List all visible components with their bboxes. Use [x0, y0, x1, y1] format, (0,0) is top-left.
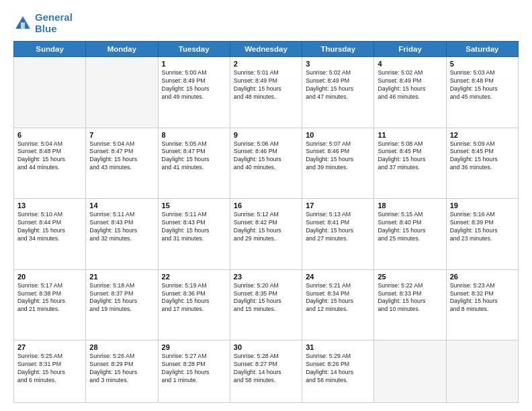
logo-text: General Blue	[35, 12, 73, 34]
cell-day-number: 15	[162, 201, 226, 210]
calendar-cell	[14, 57, 86, 128]
week-row-1: 1Sunrise: 5:00 AM Sunset: 8:49 PM Daylig…	[14, 57, 519, 128]
calendar-cell: 20Sunrise: 5:17 AM Sunset: 8:38 PM Dayli…	[14, 269, 86, 340]
weekday-header-wednesday: Wednesday	[230, 42, 302, 57]
calendar-cell: 9Sunrise: 5:06 AM Sunset: 8:46 PM Daylig…	[230, 128, 302, 199]
cell-day-number: 6	[17, 131, 82, 139]
calendar-cell: 15Sunrise: 5:11 AM Sunset: 8:43 PM Dayli…	[158, 199, 230, 270]
cell-day-number: 31	[306, 343, 370, 351]
cell-info: Sunrise: 5:02 AM Sunset: 8:49 PM Dayligh…	[378, 69, 442, 101]
calendar-cell: 3Sunrise: 5:02 AM Sunset: 8:49 PM Daylig…	[302, 57, 374, 128]
cell-info: Sunrise: 5:21 AM Sunset: 8:34 PM Dayligh…	[306, 282, 370, 314]
week-row-2: 6Sunrise: 5:04 AM Sunset: 8:48 PM Daylig…	[14, 128, 519, 199]
calendar-cell: 24Sunrise: 5:21 AM Sunset: 8:34 PM Dayli…	[302, 269, 374, 340]
cell-day-number: 8	[162, 131, 226, 139]
calendar-cell: 11Sunrise: 5:08 AM Sunset: 8:45 PM Dayli…	[374, 128, 446, 199]
cell-info: Sunrise: 5:11 AM Sunset: 8:43 PM Dayligh…	[89, 211, 154, 243]
cell-day-number: 1	[162, 60, 226, 68]
cell-info: Sunrise: 5:04 AM Sunset: 8:47 PM Dayligh…	[89, 140, 154, 173]
calendar-cell: 25Sunrise: 5:22 AM Sunset: 8:33 PM Dayli…	[374, 269, 446, 340]
week-row-5: 27Sunrise: 5:25 AM Sunset: 8:31 PM Dayli…	[14, 340, 519, 403]
logo: General Blue	[13, 12, 73, 34]
cell-info: Sunrise: 5:00 AM Sunset: 8:49 PM Dayligh…	[162, 69, 226, 101]
cell-info: Sunrise: 5:04 AM Sunset: 8:48 PM Dayligh…	[17, 140, 82, 173]
calendar-cell: 21Sunrise: 5:18 AM Sunset: 8:37 PM Dayli…	[86, 269, 158, 340]
cell-day-number: 20	[17, 273, 82, 281]
cell-info: Sunrise: 5:02 AM Sunset: 8:49 PM Dayligh…	[306, 69, 370, 101]
cell-day-number: 24	[306, 273, 370, 281]
calendar-cell: 1Sunrise: 5:00 AM Sunset: 8:49 PM Daylig…	[158, 57, 230, 128]
calendar-cell: 8Sunrise: 5:05 AM Sunset: 8:47 PM Daylig…	[158, 128, 230, 199]
calendar-cell	[86, 57, 158, 128]
calendar-cell: 12Sunrise: 5:09 AM Sunset: 8:45 PM Dayli…	[446, 128, 518, 199]
cell-day-number: 4	[378, 60, 442, 68]
cell-day-number: 17	[306, 201, 370, 210]
calendar-cell: 18Sunrise: 5:15 AM Sunset: 8:40 PM Dayli…	[374, 199, 446, 270]
calendar-cell: 10Sunrise: 5:07 AM Sunset: 8:46 PM Dayli…	[302, 128, 374, 199]
calendar-cell: 4Sunrise: 5:02 AM Sunset: 8:49 PM Daylig…	[374, 57, 446, 128]
calendar-cell	[374, 340, 446, 403]
cell-day-number: 22	[162, 273, 226, 281]
calendar-cell: 19Sunrise: 5:16 AM Sunset: 8:39 PM Dayli…	[446, 199, 518, 270]
page: General Blue SundayMondayTuesdayWednesda…	[0, 0, 532, 411]
cell-day-number: 10	[306, 131, 370, 139]
weekday-header-saturday: Saturday	[446, 42, 518, 57]
calendar-cell: 23Sunrise: 5:20 AM Sunset: 8:35 PM Dayli…	[230, 269, 302, 340]
cell-info: Sunrise: 5:09 AM Sunset: 8:45 PM Dayligh…	[450, 140, 515, 173]
cell-info: Sunrise: 5:29 AM Sunset: 8:26 PM Dayligh…	[306, 353, 370, 385]
logo-icon	[13, 14, 32, 33]
calendar-cell: 28Sunrise: 5:26 AM Sunset: 8:29 PM Dayli…	[86, 340, 158, 403]
cell-day-number: 2	[234, 60, 298, 68]
cell-info: Sunrise: 5:18 AM Sunset: 8:37 PM Dayligh…	[89, 282, 154, 314]
cell-day-number: 7	[89, 131, 154, 139]
calendar-cell: 14Sunrise: 5:11 AM Sunset: 8:43 PM Dayli…	[86, 199, 158, 270]
cell-day-number: 28	[89, 343, 154, 351]
cell-day-number: 25	[378, 273, 442, 281]
calendar-cell	[446, 340, 518, 403]
cell-info: Sunrise: 5:26 AM Sunset: 8:29 PM Dayligh…	[89, 353, 154, 385]
cell-day-number: 16	[234, 201, 298, 210]
cell-info: Sunrise: 5:11 AM Sunset: 8:43 PM Dayligh…	[162, 211, 226, 243]
weekday-header-friday: Friday	[374, 42, 446, 57]
calendar-cell: 31Sunrise: 5:29 AM Sunset: 8:26 PM Dayli…	[302, 340, 374, 403]
cell-day-number: 23	[234, 273, 298, 281]
cell-day-number: 11	[378, 131, 442, 139]
weekday-header-tuesday: Tuesday	[158, 42, 230, 57]
cell-info: Sunrise: 5:06 AM Sunset: 8:46 PM Dayligh…	[234, 140, 298, 173]
cell-info: Sunrise: 5:01 AM Sunset: 8:49 PM Dayligh…	[234, 69, 298, 101]
calendar-cell: 6Sunrise: 5:04 AM Sunset: 8:48 PM Daylig…	[14, 128, 86, 199]
header: General Blue	[13, 12, 519, 34]
calendar-cell: 7Sunrise: 5:04 AM Sunset: 8:47 PM Daylig…	[86, 128, 158, 199]
cell-day-number: 13	[17, 201, 82, 210]
calendar-cell: 17Sunrise: 5:13 AM Sunset: 8:41 PM Dayli…	[302, 199, 374, 270]
calendar-table: SundayMondayTuesdayWednesdayThursdayFrid…	[13, 41, 519, 403]
cell-info: Sunrise: 5:12 AM Sunset: 8:42 PM Dayligh…	[234, 211, 298, 243]
calendar-cell: 27Sunrise: 5:25 AM Sunset: 8:31 PM Dayli…	[14, 340, 86, 403]
cell-info: Sunrise: 5:23 AM Sunset: 8:32 PM Dayligh…	[450, 282, 515, 314]
cell-info: Sunrise: 5:08 AM Sunset: 8:45 PM Dayligh…	[378, 140, 442, 173]
weekday-header-row: SundayMondayTuesdayWednesdayThursdayFrid…	[14, 42, 519, 57]
calendar-cell: 5Sunrise: 5:03 AM Sunset: 8:48 PM Daylig…	[446, 57, 518, 128]
cell-day-number: 29	[162, 343, 226, 351]
cell-info: Sunrise: 5:22 AM Sunset: 8:33 PM Dayligh…	[378, 282, 442, 314]
cell-info: Sunrise: 5:13 AM Sunset: 8:41 PM Dayligh…	[306, 211, 370, 243]
cell-info: Sunrise: 5:28 AM Sunset: 8:27 PM Dayligh…	[234, 353, 298, 385]
calendar-cell: 26Sunrise: 5:23 AM Sunset: 8:32 PM Dayli…	[446, 269, 518, 340]
cell-day-number: 3	[306, 60, 370, 68]
cell-info: Sunrise: 5:03 AM Sunset: 8:48 PM Dayligh…	[450, 69, 515, 101]
cell-info: Sunrise: 5:20 AM Sunset: 8:35 PM Dayligh…	[234, 282, 298, 314]
cell-info: Sunrise: 5:27 AM Sunset: 8:28 PM Dayligh…	[162, 353, 226, 385]
cell-day-number: 27	[17, 343, 82, 351]
week-row-4: 20Sunrise: 5:17 AM Sunset: 8:38 PM Dayli…	[14, 269, 519, 340]
cell-day-number: 5	[450, 60, 515, 68]
cell-day-number: 18	[378, 201, 442, 210]
calendar-cell: 13Sunrise: 5:10 AM Sunset: 8:44 PM Dayli…	[14, 199, 86, 270]
cell-info: Sunrise: 5:19 AM Sunset: 8:36 PM Dayligh…	[162, 282, 226, 314]
week-row-3: 13Sunrise: 5:10 AM Sunset: 8:44 PM Dayli…	[14, 199, 519, 270]
cell-day-number: 26	[450, 273, 515, 281]
cell-day-number: 19	[450, 201, 515, 210]
calendar-cell: 29Sunrise: 5:27 AM Sunset: 8:28 PM Dayli…	[158, 340, 230, 403]
cell-day-number: 14	[89, 201, 154, 210]
weekday-header-sunday: Sunday	[14, 42, 86, 57]
weekday-header-thursday: Thursday	[302, 42, 374, 57]
